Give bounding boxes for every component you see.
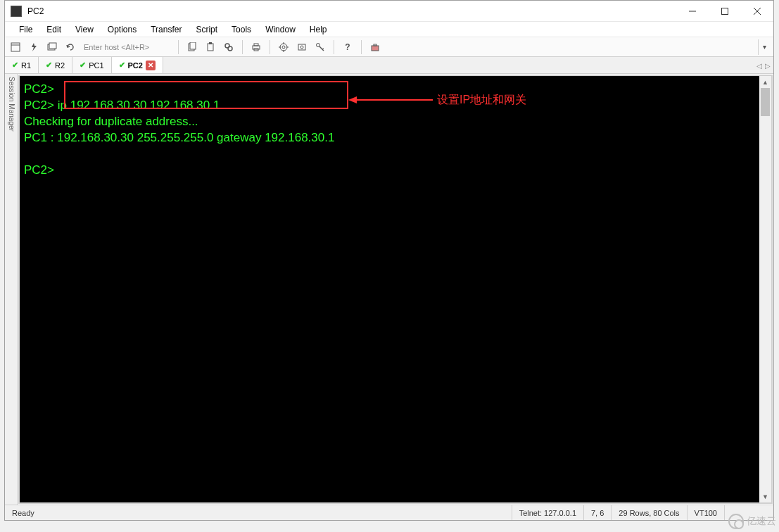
svg-point-24 — [300, 46, 303, 49]
status-term: VT100 — [687, 505, 724, 520]
find-icon[interactable] — [221, 39, 236, 55]
tab-next-icon[interactable]: ▷ — [765, 62, 771, 70]
toolbar-overflow[interactable]: ▾ — [758, 39, 771, 55]
svg-rect-10 — [208, 44, 213, 51]
check-icon: ✔ — [119, 61, 125, 70]
tab-pc2[interactable]: ✔PC2✕ — [112, 57, 163, 73]
status-size: 29 Rows, 80 Cols — [611, 505, 686, 520]
session-options-icon[interactable] — [294, 39, 310, 55]
minimize-button[interactable] — [676, 1, 709, 22]
svg-text:?: ? — [345, 42, 350, 52]
tab-nav: ◁ ▷ — [756, 57, 771, 74]
menu-edit[interactable]: Edit — [39, 23, 68, 36]
svg-rect-15 — [254, 44, 258, 46]
separator — [242, 40, 243, 54]
tab-label: R1 — [21, 61, 31, 70]
annotation-label: 设置IP地址和网关 — [437, 93, 526, 108]
menu-help[interactable]: Help — [303, 23, 334, 36]
statusbar: Ready Telnet: 127.0.0.1 7, 6 29 Rows, 80… — [5, 505, 773, 520]
tab-r1[interactable]: ✔R1 — [5, 57, 39, 73]
key-icon[interactable] — [312, 39, 328, 55]
menu-window[interactable]: Window — [258, 23, 303, 36]
quick-connect-icon[interactable] — [26, 39, 42, 55]
status-ready: Ready — [5, 505, 512, 520]
tab-r2[interactable]: ✔R2 — [39, 57, 72, 73]
tab-pc1[interactable]: ✔PC1 — [72, 57, 111, 73]
app-icon — [11, 6, 22, 17]
terminal-line: PC2> ip 192.168.30.30 192.168.30.1 — [24, 99, 220, 112]
menu-transfer[interactable]: Transfer — [144, 23, 189, 36]
app-window: PC2 File Edit View Options Transfer Scri… — [4, 0, 774, 521]
separator — [361, 40, 362, 54]
tab-label: R2 — [55, 61, 65, 70]
paste-icon[interactable] — [203, 39, 218, 55]
svg-line-27 — [322, 48, 324, 49]
svg-rect-29 — [372, 46, 379, 51]
svg-rect-30 — [374, 44, 376, 46]
close-tab-icon[interactable]: ✕ — [146, 61, 156, 70]
print-icon[interactable] — [248, 39, 264, 55]
maximize-button[interactable] — [709, 1, 741, 22]
session-manager-sidebar[interactable]: Session Manager — [5, 74, 18, 505]
menu-view[interactable]: View — [68, 23, 101, 36]
terminal-pane: PC2> PC2> ip 192.168.30.30 192.168.30.1 … — [18, 75, 773, 504]
check-icon: ✔ — [12, 61, 18, 70]
menubar: File Edit View Options Transfer Script T… — [5, 22, 773, 37]
tab-label: PC1 — [89, 61, 103, 70]
menu-file[interactable]: File — [12, 23, 39, 36]
terminal-line: PC2> — [24, 163, 54, 177]
tab-prev-icon[interactable]: ◁ — [756, 62, 762, 70]
options-icon[interactable] — [276, 39, 291, 55]
svg-rect-9 — [190, 42, 196, 49]
workarea: Session Manager PC2> PC2> ip 192.168.30.… — [5, 74, 773, 505]
vertical-scrollbar[interactable]: ▲ ▼ — [759, 76, 771, 502]
menu-options[interactable]: Options — [101, 23, 144, 36]
tabbar: ✔R1 ✔R2 ✔PC1 ✔PC2✕ ◁ ▷ — [5, 57, 773, 74]
menu-tools[interactable]: Tools — [224, 23, 258, 36]
scroll-down-icon[interactable]: ▼ — [759, 490, 771, 502]
terminal-line: PC2> — [24, 82, 54, 96]
watermark-logo-icon — [728, 514, 744, 529]
svg-rect-4 — [11, 43, 20, 51]
session-manager-icon[interactable] — [8, 39, 23, 55]
window-controls — [676, 1, 773, 22]
tab-label: PC2 — [128, 61, 143, 70]
svg-rect-11 — [209, 42, 212, 44]
watermark: 亿速云 — [728, 514, 776, 529]
menu-script[interactable]: Script — [189, 23, 224, 36]
separator — [178, 40, 179, 54]
watermark-text: 亿速云 — [747, 515, 776, 528]
status-protocol: Telnet: 127.0.0.1 — [512, 505, 583, 520]
separator — [334, 40, 334, 54]
svg-point-25 — [317, 43, 320, 46]
check-icon: ✔ — [80, 61, 86, 70]
terminal-line: PC1 : 192.168.30.30 255.255.255.0 gatewa… — [24, 131, 334, 144]
terminal-line: Checking for duplicate address... — [24, 115, 198, 128]
svg-rect-1 — [722, 8, 728, 14]
close-button[interactable] — [741, 1, 773, 22]
host-input[interactable]: Enter host <Alt+R> — [81, 42, 172, 53]
svg-point-18 — [282, 46, 285, 49]
connect-in-tab-icon[interactable] — [44, 39, 60, 55]
terminal[interactable]: PC2> PC2> ip 192.168.30.30 192.168.30.1 … — [20, 76, 771, 502]
toolbox-icon[interactable] — [367, 39, 383, 55]
status-cursor: 7, 6 — [583, 505, 611, 520]
copy-icon[interactable] — [184, 39, 200, 55]
toolbar: Enter host <Alt+R> ? ▾ — [5, 37, 773, 57]
reconnect-icon[interactable] — [63, 39, 78, 55]
check-icon: ✔ — [46, 61, 52, 70]
separator — [270, 40, 270, 54]
svg-rect-7 — [49, 43, 56, 49]
scroll-thumb[interactable] — [761, 88, 770, 116]
svg-point-13 — [228, 46, 232, 51]
help-icon[interactable]: ? — [340, 39, 355, 55]
svg-point-17 — [280, 44, 287, 51]
titlebar: PC2 — [5, 1, 773, 22]
svg-rect-23 — [298, 44, 305, 50]
scroll-up-icon[interactable]: ▲ — [759, 76, 771, 88]
window-title: PC2 — [27, 6, 676, 16]
